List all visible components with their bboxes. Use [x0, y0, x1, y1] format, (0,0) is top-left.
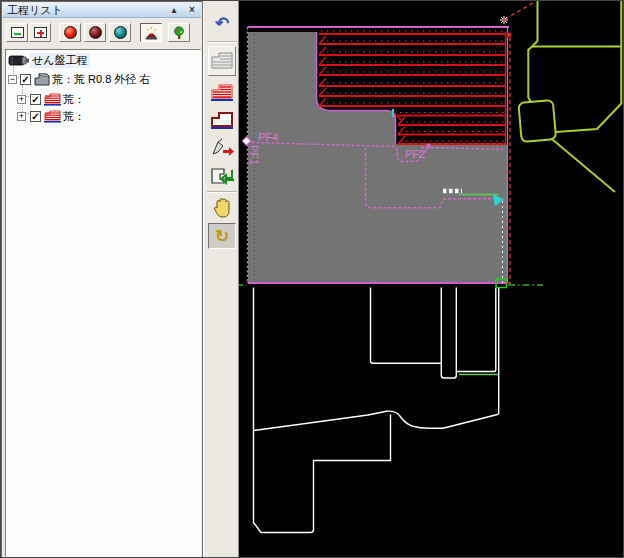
roughing-path-icon — [44, 93, 61, 106]
list-minus-icon — [11, 27, 24, 38]
process-tree: せん盤工程 − ✓ 荒：荒 R0.8 外径 右 + ✓ — [5, 49, 201, 557]
panel-toolbar — [4, 21, 202, 47]
add-process-button[interactable] — [29, 23, 51, 42]
viewport[interactable]: PF4 PF2 PF1 — [239, 1, 624, 558]
process-checkbox[interactable]: ✓ — [30, 94, 41, 105]
tree-item-row[interactable]: + ✓ 荒： — [17, 109, 87, 124]
insert-arrow-icon — [210, 138, 234, 158]
expand-toggle[interactable]: + — [17, 95, 26, 104]
collapse-toggle[interactable]: − — [8, 75, 17, 84]
stock-profile-icon — [211, 51, 233, 71]
tree-item-label: 荒： — [61, 109, 87, 124]
stock-region — [248, 32, 508, 283]
mirror-wireframe — [254, 288, 499, 533]
process-list-panel: 工程リスト ▴ × — [1, 1, 203, 558]
teal-sphere-icon — [114, 26, 127, 39]
tree-item-label: 荒：荒 R0.8 外径 右 — [50, 72, 152, 87]
remove-process-button[interactable] — [6, 23, 28, 42]
start-point-marker — [500, 16, 508, 24]
process-checkbox[interactable]: ✓ — [20, 74, 31, 85]
collapse-panel-button[interactable]: ▴ — [168, 3, 180, 17]
pf2-label: PF2 — [405, 148, 425, 160]
tree-view-button[interactable] — [168, 23, 190, 42]
tool-motion-button[interactable] — [208, 135, 236, 161]
teal-lamp-button[interactable] — [109, 23, 131, 42]
undo-button[interactable]: ↶ — [208, 10, 236, 36]
tree-root-row[interactable]: せん盤工程 — [8, 53, 90, 68]
panel-title-text: 工程リスト — [7, 4, 63, 16]
expand-toggle[interactable]: + — [17, 112, 26, 121]
tree-item-row[interactable]: + ✓ 荒： — [17, 92, 87, 107]
toolpath-display-button[interactable] — [208, 79, 236, 105]
red-sphere-icon — [64, 26, 77, 39]
darkred-sphere-icon — [89, 26, 102, 39]
alarm-button[interactable] — [140, 23, 162, 42]
pan-button[interactable] — [208, 195, 236, 221]
alarm-lamp-icon — [144, 26, 159, 40]
enter-shape-icon — [210, 166, 234, 186]
contour-profile-icon — [211, 111, 233, 130]
pf1-label: PF1 — [248, 145, 260, 165]
tree-item-label: 荒： — [61, 92, 87, 107]
tool-holder — [518, 1, 621, 192]
cam-drawing: PF4 PF2 PF1 — [239, 1, 624, 558]
darkred-lamp-button[interactable] — [84, 23, 106, 42]
solid-part-icon — [34, 73, 50, 86]
hatched-profile-icon — [211, 83, 233, 102]
lathe-chuck-icon — [8, 54, 30, 67]
red-lamp-button[interactable] — [59, 23, 81, 42]
tool-insert — [518, 100, 556, 142]
tree-root-label: せん盤工程 — [30, 53, 90, 68]
simulation-button[interactable] — [208, 163, 236, 189]
application-window: 工程リスト ▴ × — [0, 0, 624, 558]
hand-icon — [213, 198, 231, 218]
toolbar-separator — [207, 191, 237, 193]
stock-display-button[interactable] — [208, 46, 236, 76]
process-checkbox[interactable]: ✓ — [30, 111, 41, 122]
rapid-moves — [505, 3, 533, 284]
edge-point-marker — [507, 33, 512, 38]
roughing-path-icon — [44, 110, 61, 123]
tree-icon — [172, 26, 186, 40]
rotate-arrow-icon: ↻ — [215, 228, 229, 245]
rotate-view-button[interactable]: ↻ — [208, 223, 236, 249]
panel-titlebar[interactable]: 工程リスト ▴ × — [3, 3, 201, 18]
toolbar-separator — [207, 41, 237, 43]
contour-display-button[interactable] — [208, 107, 236, 133]
tree-item-row[interactable]: − ✓ 荒：荒 R0.8 外径 右 — [8, 72, 152, 87]
list-plus-icon — [34, 27, 47, 38]
view-toolbar: ↶ — [203, 1, 239, 558]
close-panel-button[interactable]: × — [186, 3, 198, 17]
pf4-label: PF4 — [258, 131, 278, 143]
undo-arrow-icon: ↶ — [215, 15, 229, 32]
